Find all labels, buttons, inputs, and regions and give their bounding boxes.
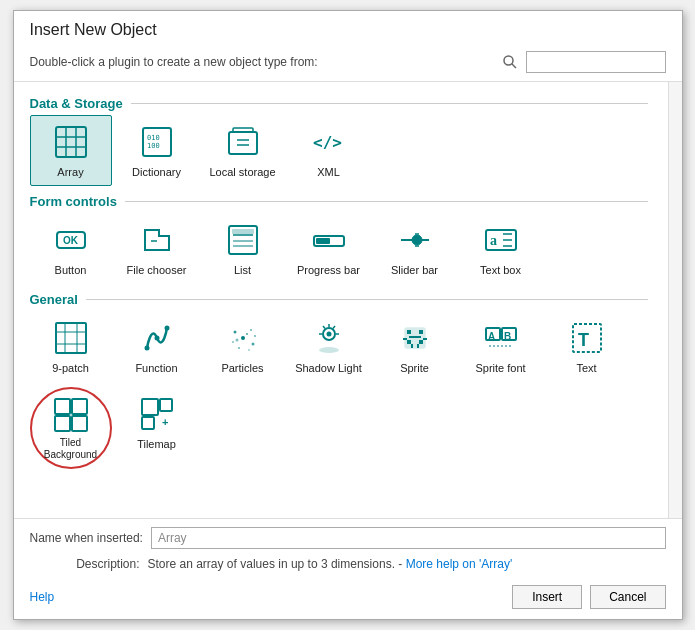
tiled-background-icon bbox=[51, 395, 91, 435]
svg-rect-20 bbox=[232, 229, 254, 234]
tiled-background-label: Tiled Background bbox=[36, 437, 106, 461]
sprite-font-icon: A B bbox=[481, 318, 521, 358]
item-dictionary[interactable]: 010 100 Dictionary bbox=[116, 115, 198, 186]
insert-button[interactable]: Insert bbox=[512, 585, 582, 609]
name-input[interactable] bbox=[151, 527, 666, 549]
item-function[interactable]: Function bbox=[116, 311, 198, 382]
item-sprite[interactable]: Sprite bbox=[374, 311, 456, 382]
svg-point-0 bbox=[504, 56, 513, 65]
item-list[interactable]: List bbox=[202, 213, 284, 284]
svg-point-39 bbox=[144, 346, 149, 351]
svg-text:+: + bbox=[162, 416, 168, 428]
dictionary-icon: 010 100 bbox=[137, 122, 177, 162]
item-xml[interactable]: </> XML bbox=[288, 115, 370, 186]
item-shadow-light[interactable]: Shadow Light bbox=[288, 311, 370, 382]
svg-point-45 bbox=[232, 341, 234, 343]
footer-desc-row: Description: Store an array of values in… bbox=[14, 553, 682, 579]
svg-rect-69 bbox=[423, 338, 427, 340]
text-box-icon: a bbox=[481, 220, 521, 260]
shadow-light-icon bbox=[309, 318, 349, 358]
form-controls-grid: OK Button File chooser bbox=[30, 213, 648, 284]
particles-icon bbox=[223, 318, 263, 358]
content-area: Data & Storage Array bbox=[14, 82, 682, 518]
array-label: Array bbox=[57, 166, 83, 179]
scrollbar[interactable] bbox=[668, 82, 682, 518]
shadow-light-label: Shadow Light bbox=[295, 362, 362, 375]
sprite-label: Sprite bbox=[400, 362, 429, 375]
svg-rect-79 bbox=[55, 416, 70, 431]
svg-point-59 bbox=[319, 347, 339, 353]
tilemap-label: Tilemap bbox=[137, 438, 176, 451]
text-label: Text bbox=[576, 362, 596, 375]
svg-rect-80 bbox=[72, 416, 87, 431]
list-icon bbox=[223, 220, 263, 260]
svg-rect-62 bbox=[419, 330, 423, 334]
section-general: General bbox=[30, 292, 648, 307]
svg-text:010: 010 bbox=[147, 134, 160, 142]
svg-text:B: B bbox=[504, 331, 511, 342]
svg-rect-67 bbox=[417, 344, 419, 348]
item-particles[interactable]: Particles bbox=[202, 311, 284, 382]
dictionary-label: Dictionary bbox=[132, 166, 181, 179]
svg-text:a: a bbox=[490, 233, 497, 248]
xml-icon: </> bbox=[309, 122, 349, 162]
item-tilemap[interactable]: + Tilemap bbox=[116, 387, 198, 469]
item-text[interactable]: T Text bbox=[546, 311, 628, 382]
svg-point-46 bbox=[251, 343, 254, 346]
local-storage-icon bbox=[223, 122, 263, 162]
item-local-storage[interactable]: Local storage bbox=[202, 115, 284, 186]
desc-label: Description: bbox=[30, 557, 140, 571]
file-chooser-label: File chooser bbox=[127, 264, 187, 277]
slider-bar-icon bbox=[395, 220, 435, 260]
sprite-font-label: Sprite font bbox=[475, 362, 525, 375]
sprite-icon bbox=[395, 318, 435, 358]
footer-buttons-row: Help Insert Cancel bbox=[14, 579, 682, 619]
subtitle-bar: Double-click a plugin to create a new ob… bbox=[14, 45, 682, 82]
item-sprite-font[interactable]: A B Sprite font bbox=[460, 311, 542, 382]
particles-label: Particles bbox=[221, 362, 263, 375]
svg-rect-81 bbox=[142, 399, 158, 415]
svg-point-26 bbox=[412, 235, 422, 245]
item-slider-bar[interactable]: Slider bar bbox=[374, 213, 456, 284]
item-text-box[interactable]: a Text box bbox=[460, 213, 542, 284]
general-grid: 9-patch Function bbox=[30, 311, 648, 468]
item-tiled-background[interactable]: Tiled Background bbox=[30, 387, 112, 469]
progress-bar-label: Progress bar bbox=[297, 264, 360, 277]
file-chooser-icon bbox=[137, 220, 177, 260]
help-link[interactable]: Help bbox=[30, 590, 55, 604]
svg-rect-63 bbox=[409, 336, 421, 338]
desc-text: Store an array of values in up to 3 dime… bbox=[148, 557, 513, 571]
svg-line-57 bbox=[323, 326, 325, 329]
title-bar: Insert New Object bbox=[14, 11, 682, 45]
data-storage-grid: Array 010 100 Dictionary bbox=[30, 115, 648, 186]
9-patch-label: 9-patch bbox=[52, 362, 89, 375]
item-array[interactable]: Array bbox=[30, 115, 112, 186]
svg-point-43 bbox=[233, 331, 236, 334]
svg-rect-77 bbox=[55, 399, 70, 414]
svg-rect-24 bbox=[316, 238, 330, 244]
svg-rect-68 bbox=[403, 338, 407, 340]
svg-line-1 bbox=[512, 64, 516, 68]
list-label: List bbox=[234, 264, 251, 277]
footer-name-row: Name when inserted: bbox=[14, 518, 682, 553]
button-icon: OK bbox=[51, 220, 91, 260]
item-file-chooser[interactable]: File chooser bbox=[116, 213, 198, 284]
search-input[interactable] bbox=[526, 51, 666, 73]
svg-point-41 bbox=[154, 336, 159, 341]
xml-label: XML bbox=[317, 166, 340, 179]
svg-rect-61 bbox=[407, 330, 411, 334]
dialog: Insert New Object Double-click a plugin … bbox=[13, 10, 683, 620]
svg-rect-66 bbox=[411, 344, 413, 348]
svg-text:OK: OK bbox=[63, 235, 79, 246]
svg-text:</>: </> bbox=[313, 133, 342, 152]
svg-point-40 bbox=[164, 326, 169, 331]
more-help-link[interactable]: More help on 'Array' bbox=[406, 557, 513, 571]
item-button[interactable]: OK Button bbox=[30, 213, 112, 284]
cancel-button[interactable]: Cancel bbox=[590, 585, 665, 609]
svg-text:100: 100 bbox=[147, 142, 160, 150]
button-group: Insert Cancel bbox=[512, 585, 665, 609]
local-storage-label: Local storage bbox=[209, 166, 275, 179]
text-box-label: Text box bbox=[480, 264, 521, 277]
item-progress-bar[interactable]: Progress bar bbox=[288, 213, 370, 284]
item-9-patch[interactable]: 9-patch bbox=[30, 311, 112, 382]
